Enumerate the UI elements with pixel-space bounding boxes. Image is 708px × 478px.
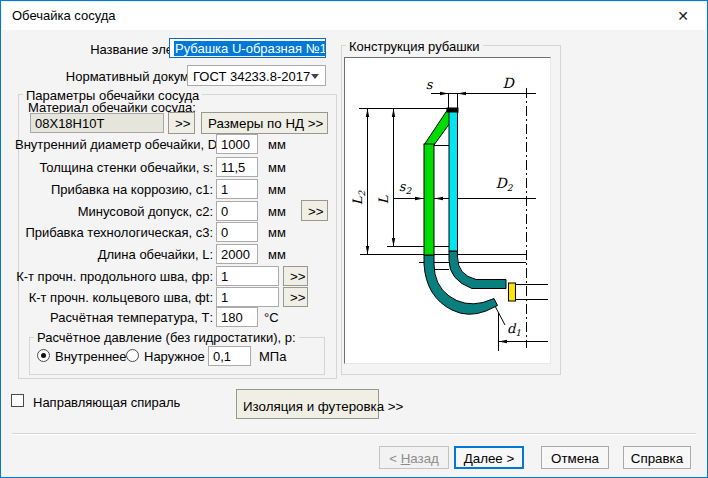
- unit-label: мм: [268, 160, 286, 175]
- cancel-button[interactable]: Отмена: [541, 446, 609, 469]
- row-minus-tolerance: Минусовой допуск, с2: 0 мм >>: [1, 201, 341, 222]
- insulation-button[interactable]: Изоляция и футеровка >>: [236, 389, 379, 419]
- material-field[interactable]: 08X18H10T: [30, 113, 164, 133]
- radio-external-label[interactable]: Наружное: [144, 349, 205, 364]
- tech-allowance-input[interactable]: 0: [216, 222, 258, 242]
- next-button[interactable]: Далее >: [454, 446, 524, 469]
- spiral-checkbox[interactable]: [11, 394, 24, 407]
- radio-dot: [41, 353, 46, 358]
- radio-internal[interactable]: [37, 349, 50, 362]
- unit-label: мм: [268, 225, 286, 240]
- close-icon[interactable]: ✕: [660, 2, 706, 30]
- unit-label: мм: [268, 247, 286, 262]
- sizes-by-nd-button[interactable]: Размеры по НД >>: [201, 112, 328, 134]
- dim-label-L2: L2: [350, 190, 367, 206]
- jacket-wall-shape: [424, 144, 434, 255]
- row-ring-weld-coef: К-т прочн. кольцевого шва, фt: 1 >>: [1, 287, 341, 308]
- diameter-input[interactable]: 1000: [216, 134, 258, 154]
- field-label: Длина обечайки, L:: [15, 247, 213, 262]
- unit-label: мм: [268, 182, 286, 197]
- dim-label-L: L: [376, 195, 391, 204]
- field-label: Прибавка на коррозию, с1:: [15, 182, 213, 197]
- separator-line: [12, 433, 696, 435]
- shell-wall-shape: [449, 111, 458, 251]
- row-corrosion: Прибавка на коррозию, с1: 1 мм: [1, 179, 341, 200]
- nozzle-shape: [509, 283, 516, 301]
- norm-doc-select[interactable]: ГОСТ 34233.8-2017: [187, 65, 326, 86]
- field-label: Толщина стенки обечайки, s:: [15, 160, 213, 175]
- row-temperature: Расчётная температура, Т: 180 °С: [1, 307, 341, 328]
- element-name-value: Рубашка U-образная №1: [174, 41, 326, 56]
- field-label: Внутренний диаметр обечайки, D:: [15, 137, 213, 152]
- row-thickness: Толщина стенки обечайки, s: 11,5 мм: [1, 157, 341, 178]
- spiral-checkbox-label[interactable]: Направляющая спираль: [33, 395, 180, 410]
- field-label: Расчётная температура, Т:: [15, 310, 213, 325]
- material-more-button[interactable]: >>: [168, 112, 195, 134]
- radio-external[interactable]: [126, 349, 139, 362]
- dim-label-d1: d1: [507, 321, 521, 338]
- row-diameter: Внутренний диаметр обечайки, D: 1000 мм: [1, 134, 341, 155]
- back-button: < Назад: [379, 446, 449, 469]
- row-long-weld-coef: К-т прочн. продольного шва, фр: 1 >>: [1, 266, 341, 287]
- jacket-diagram: s D L2 L s2 D2 d1: [345, 58, 550, 363]
- pressure-group-title: Расчётное давление (без гидростатики), р…: [34, 330, 299, 345]
- help-button[interactable]: Справка: [623, 446, 691, 469]
- shell-bottom-shape: [449, 251, 506, 289]
- row-length: Длина обечайки, L: 2000 мм: [1, 244, 341, 265]
- radio-internal-label[interactable]: Внутреннее: [55, 349, 127, 364]
- field-label: К-т прочн. кольцевого шва, фt:: [15, 290, 213, 305]
- dim-label-s2: s2: [399, 179, 413, 196]
- jacket-group-title: Конструкция рубашки: [346, 39, 483, 54]
- norm-doc-value: ГОСТ 34233.8-2017: [193, 69, 310, 84]
- unit-label: мм: [268, 204, 286, 219]
- field-label: Прибавка технологическая, с3:: [15, 225, 213, 240]
- unit-label: мм: [268, 137, 286, 152]
- minus-tolerance-input[interactable]: 0: [216, 201, 258, 221]
- norm-doc-label: Нормативный документ:: [15, 69, 213, 84]
- ring-weld-more-button[interactable]: >>: [283, 287, 308, 307]
- row-tech-allowance: Прибавка технологическая, с3: 0 мм: [1, 222, 341, 243]
- element-name-input[interactable]: Рубашка U-образная №1: [169, 38, 326, 58]
- dialog-window: Обечайка сосуда ✕ Название элемента: Руб…: [0, 0, 708, 478]
- jacket-diagram-panel: s D L2 L s2 D2 d1: [344, 57, 551, 364]
- corrosion-input[interactable]: 1: [216, 179, 258, 199]
- field-label: К-т прочн. продольного шва, фр:: [15, 269, 213, 284]
- dim-label-D2: D2: [496, 175, 514, 193]
- minus-tolerance-more-button[interactable]: >>: [301, 200, 328, 221]
- title-bar[interactable]: Обечайка сосуда ✕: [2, 2, 706, 30]
- pressure-unit-label: МПа: [259, 349, 286, 364]
- window-title: Обечайка сосуда: [12, 8, 116, 23]
- ring-weld-coef-input[interactable]: 1: [216, 287, 279, 307]
- dim-label-s: s: [426, 77, 434, 92]
- top-cap-shape: [447, 108, 458, 112]
- temperature-input[interactable]: 180: [216, 307, 258, 327]
- dim-label-D: D: [502, 75, 515, 91]
- unit-label: °С: [264, 310, 279, 325]
- pressure-input[interactable]: 0,1: [208, 346, 251, 366]
- field-label: Минусовой допуск, с2:: [15, 204, 213, 219]
- long-weld-more-button[interactable]: >>: [283, 266, 308, 286]
- chevron-down-icon[interactable]: [311, 74, 319, 79]
- long-weld-coef-input[interactable]: 1: [216, 266, 279, 286]
- thickness-input[interactable]: 11,5: [216, 157, 258, 177]
- length-input[interactable]: 2000: [216, 244, 258, 264]
